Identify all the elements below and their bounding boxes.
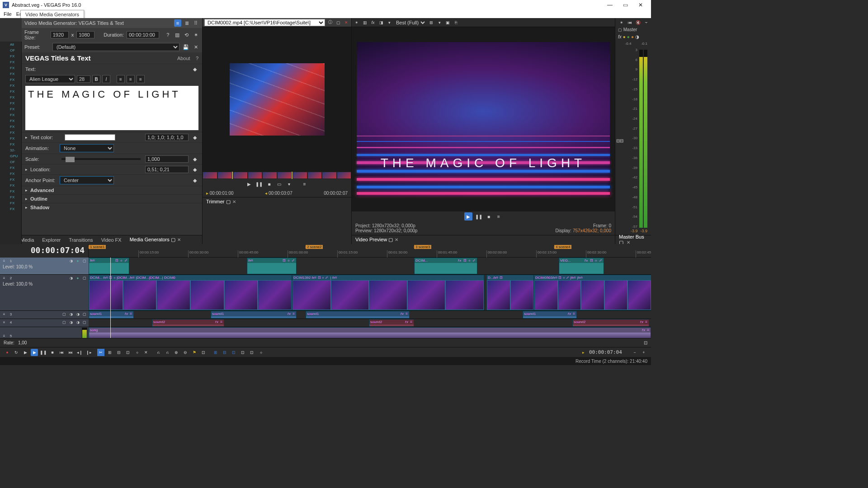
meter-settings-icon[interactable]: ✶ [618, 19, 625, 26]
video-clip[interactable]: DCIM0503 fx ≡ ⊡ ⟐ ⤢ | fx ≡ | fx ≡ [534, 275, 651, 310]
preview-snapshot-icon[interactable]: ▣ [444, 19, 451, 26]
tab-explorer[interactable]: Explorer [42, 237, 61, 243]
prev-frame-button[interactable]: ◂❙ [76, 349, 83, 356]
mute-icon[interactable]: ● [623, 34, 626, 42]
track-header-1[interactable]: ≡1◑●▢ Level: 100,0 % [0, 258, 89, 275]
stop-button[interactable]: ■ [49, 349, 56, 356]
tool-g[interactable]: ⎌ [164, 349, 171, 356]
timeline-ruler[interactable]: 00:00:15:00 00:00:30:00 00:00:45:00 00:0… [89, 250, 651, 258]
audio-clip[interactable]: sound2fx ≡ [152, 319, 224, 327]
preset-select[interactable]: (Default) [52, 43, 179, 51]
tool-f[interactable]: ⎌ [155, 349, 162, 356]
location-value[interactable]: 0,51; 0,21 [145, 166, 189, 173]
play-start-button[interactable]: ▶ [22, 349, 29, 356]
info-icon[interactable]: ⓘ [327, 19, 333, 26]
video-clip[interactable]: DCIM1392 fx ≡ ⊡ ⟐ ⤢ | fx ≡ [292, 275, 484, 310]
view-grid-icon[interactable]: ⠿ [192, 19, 199, 27]
preview-ext-icon[interactable]: ▥ [362, 19, 368, 26]
tool-i[interactable]: ⊖ [182, 349, 189, 356]
title-clip[interactable]: fx ≡⊡ ⟐ ⤢ [89, 258, 129, 274]
audio-clip[interactable]: sound1fx ≡ [523, 311, 577, 319]
title-clip[interactable]: VEG...fx ⊡ ⟐ ⤢ [559, 258, 604, 274]
trimmer-more-button[interactable]: ≡ [301, 180, 308, 188]
preview-settings-icon[interactable]: ✶ [354, 19, 360, 26]
trimmer-filmstrip[interactable] [203, 172, 351, 179]
preview-overlay-icon[interactable]: ⊞ [428, 19, 434, 26]
view-list-icon[interactable]: ≡ [174, 19, 181, 27]
settings-icon[interactable]: ✶ [193, 31, 199, 38]
marker-3[interactable]: 3 scene3 [414, 245, 431, 249]
preview-copy-icon[interactable]: ⎘ [453, 19, 459, 26]
close-button[interactable]: ✕ [633, 2, 648, 8]
undock-icon[interactable]: ▢ [335, 19, 341, 26]
outline-section[interactable]: Outline [22, 194, 202, 203]
marker-4[interactable]: 4 scene4 [554, 245, 571, 249]
tool-n[interactable]: ⊡ [239, 349, 246, 356]
audio-clip[interactable]: sound2fx ≡ [572, 319, 649, 327]
play-button[interactable]: ▶ [31, 349, 38, 356]
track-header-3[interactable]: ≡3▢◑◑▢ [0, 311, 89, 319]
match-source-icon[interactable]: ▥ [174, 31, 181, 38]
color-swatch[interactable] [65, 134, 115, 141]
preview-overlay-dd-icon[interactable]: ▾ [436, 19, 443, 26]
font-select[interactable]: Alien League [25, 75, 75, 83]
replace-icon[interactable]: ⟲ [183, 31, 190, 38]
edit-tool-button[interactable]: ✂ [97, 349, 104, 356]
preview-menu-button[interactable]: ≡ [495, 213, 502, 220]
preview-quality-select[interactable]: Best (Full) [394, 19, 426, 26]
advanced-section[interactable]: Advanced [22, 186, 202, 194]
trimmer-file-select[interactable]: DCIM0002.mp4 [C:\User\VP16\Footage\Suite… [204, 19, 325, 26]
tool-e[interactable]: ✕ [142, 349, 150, 356]
menu-file[interactable]: File [4, 11, 12, 17]
track-header-5[interactable]: ≡5 Vol: 0,0 dB▢ [0, 327, 89, 338]
zoom-in-icon[interactable]: + [640, 349, 647, 356]
meter-prev-icon[interactable]: ⏮ [627, 19, 633, 26]
tab-media-generators[interactable]: Media Generators ▢✕ [130, 237, 181, 243]
bold-button[interactable]: B [92, 75, 100, 83]
italic-button[interactable]: I [102, 75, 110, 83]
audio-clip[interactable]: sound2fx ≡ [369, 319, 414, 327]
frame-height-input[interactable] [76, 31, 94, 38]
shadow-section[interactable]: Shadow [22, 203, 202, 211]
preview-split-icon[interactable]: ◨ [378, 19, 384, 26]
frame-width-input[interactable] [51, 31, 69, 38]
keyframe-anchor-icon[interactable]: ◆ [191, 177, 198, 184]
tab-trimmer[interactable]: Trimmer ▢✕ [206, 199, 236, 205]
next-frame-button[interactable]: ❙▸ [85, 349, 92, 356]
tool-p[interactable]: ⟐ [257, 349, 264, 356]
color-value[interactable]: 1,0; 1,0; 1,0; 1,0 [145, 134, 189, 141]
marker-tool[interactable]: ⚑ [191, 349, 198, 356]
preview-play-button[interactable]: ▶ [464, 212, 472, 221]
view-details-icon[interactable]: ≣ [183, 19, 190, 27]
help-icon[interactable]: ? [165, 31, 171, 38]
font-size-input[interactable] [77, 75, 90, 83]
tool-d[interactable]: ⟐ [133, 349, 141, 356]
automation-icon[interactable]: ◑ [635, 34, 639, 42]
track-header-2[interactable]: ≡2◑●▢ Level: 100,0 % [0, 275, 89, 311]
tool-k[interactable]: ⊞ [212, 349, 219, 356]
tool-m[interactable]: ⊡ [230, 349, 237, 356]
delete-preset-icon[interactable]: ✕ [192, 43, 199, 51]
meter-dim-icon[interactable]: ⫟ [643, 19, 649, 26]
tab-transitions[interactable]: Transitions [69, 237, 93, 243]
audio-clip[interactable]: sound1fx ≡ [89, 311, 134, 319]
preview-pause-button[interactable]: ❚❚ [475, 213, 482, 220]
record-button[interactable]: ● [4, 349, 11, 356]
keyframe-location-icon[interactable]: ◆ [191, 166, 198, 173]
trimmer-stop-button[interactable]: ■ [265, 180, 273, 188]
preview-dropdown-icon[interactable]: ▾ [386, 19, 392, 26]
tool-h[interactable]: ⊕ [173, 349, 180, 356]
video-clip[interactable]: D... fx ≡ ⊡ [486, 275, 534, 310]
scale-slider[interactable] [61, 158, 141, 160]
minimize-button[interactable]: — [602, 2, 618, 8]
remove-file-icon[interactable]: ✕ [343, 19, 349, 26]
duration-input[interactable] [127, 31, 159, 38]
trimmer-play-button[interactable]: ▶ [245, 180, 253, 188]
trimmer-loop-button[interactable]: ▭ [275, 180, 283, 188]
trimmer-pause-button[interactable]: ❚❚ [255, 180, 263, 188]
tool-a[interactable]: ⊞ [106, 349, 113, 356]
marker-1[interactable]: 1 scene1 [89, 245, 106, 249]
solo-icon[interactable]: ● [627, 34, 630, 42]
tool-c[interactable]: ⊡ [124, 349, 132, 356]
music-clip[interactable]: songfx ≡ [89, 327, 651, 338]
